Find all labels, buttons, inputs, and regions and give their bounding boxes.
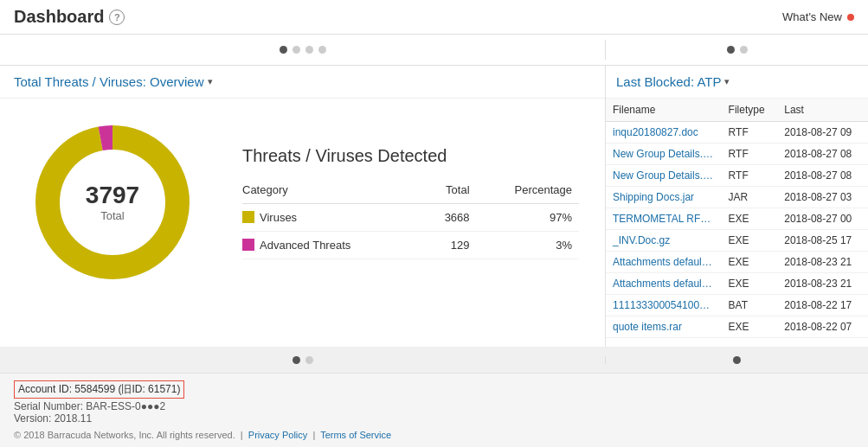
atp-table-row[interactable]: Shipping Docs.jar JAR 2018-08-27 03 bbox=[606, 187, 868, 208]
atp-table-row[interactable]: 111133300054100054... BAT 2018-08-22 17 bbox=[606, 295, 868, 316]
atp-date: 2018-08-22 17 bbox=[777, 295, 868, 316]
left-panel-title[interactable]: Total Threats / Viruses: Overview bbox=[14, 74, 204, 89]
right-carousel-dot-1[interactable] bbox=[727, 46, 735, 54]
atp-filename[interactable]: 111133300054100054... bbox=[606, 295, 722, 316]
whats-new-indicator bbox=[847, 14, 854, 21]
right-panel-dropdown-icon[interactable]: ▾ bbox=[724, 76, 730, 87]
left-carousel-dots bbox=[0, 40, 606, 60]
chart-legend: Threats / Viruses Detected Category Tota… bbox=[242, 146, 579, 259]
carousel-dot-3[interactable] bbox=[305, 46, 313, 54]
version: Version: 2018.11 bbox=[14, 412, 854, 425]
atp-table-row[interactable]: Attachments default.ht... EXE 2018-08-23… bbox=[606, 252, 868, 273]
atp-filetype: RTF bbox=[722, 144, 778, 165]
atp-date: 2018-08-27 09 bbox=[777, 122, 868, 144]
legend-color bbox=[242, 239, 254, 251]
legend-pct-cell: 97% bbox=[477, 203, 579, 231]
carousel-dot-4[interactable] bbox=[318, 46, 326, 54]
atp-filetype: EXE bbox=[722, 208, 778, 230]
right-carousel-dot-2[interactable] bbox=[740, 46, 748, 54]
help-icon[interactable]: ? bbox=[109, 10, 125, 25]
atp-date: 2018-08-27 08 bbox=[777, 144, 868, 165]
legend-category-cell: Viruses bbox=[242, 203, 426, 231]
atp-table-row[interactable]: Attachments default.ht... EXE 2018-08-23… bbox=[606, 273, 868, 295]
atp-col-filetype: Filetype bbox=[722, 99, 778, 122]
atp-table-row[interactable]: TERMOMETAL RFQ {... EXE 2018-08-27 00 bbox=[606, 208, 868, 230]
carousel-dot-1[interactable] bbox=[280, 46, 287, 54]
right-panel-title[interactable]: Last Blocked: ATP bbox=[616, 74, 721, 89]
account-id-badge: Account ID: 5584599 (旧ID: 61571) bbox=[14, 380, 184, 399]
carousel-dot-2[interactable] bbox=[293, 46, 300, 54]
legend-total-cell: 129 bbox=[426, 231, 477, 259]
atp-filename[interactable]: inqu20180827.doc bbox=[606, 122, 722, 144]
legend-total-cell: 3668 bbox=[426, 203, 477, 231]
atp-filename[interactable]: New Group Details.zip bbox=[606, 144, 722, 165]
atp-date: 2018-08-23 21 bbox=[777, 252, 868, 273]
legend-pct-cell: 3% bbox=[477, 231, 579, 259]
atp-filename[interactable]: Shipping Docs.jar bbox=[606, 187, 722, 208]
atp-filename[interactable]: Attachments default.ht... bbox=[606, 273, 722, 295]
serial-number: Serial Number: BAR-ESS-0●●●2 bbox=[14, 400, 854, 412]
atp-filetype: EXE bbox=[722, 316, 778, 338]
atp-filename[interactable]: Attachments default.ht... bbox=[606, 252, 722, 273]
atp-filetype: EXE bbox=[722, 230, 778, 252]
whats-new-button[interactable]: What's New bbox=[782, 10, 854, 23]
chart-title: Threats / Viruses Detected bbox=[242, 146, 579, 166]
atp-table-row[interactable]: _INV.Doc.gz EXE 2018-08-25 17 bbox=[606, 230, 868, 252]
atp-filename[interactable]: New Group Details.zip bbox=[606, 165, 722, 187]
atp-filetype: EXE bbox=[722, 252, 778, 273]
legend-row: Viruses 3668 97% bbox=[242, 203, 579, 231]
atp-date: 2018-08-25 17 bbox=[777, 230, 868, 252]
footer: Account ID: 5584599 (旧ID: 61571) Serial … bbox=[0, 373, 868, 447]
atp-table: Filename Filetype Last inqu20180827.doc … bbox=[606, 99, 868, 338]
donut-center: 3797 Total bbox=[86, 182, 139, 222]
header-title: Dashboard ? bbox=[14, 7, 125, 27]
atp-col-filename: Filename bbox=[606, 99, 722, 122]
privacy-policy-link[interactable]: Privacy Policy bbox=[248, 430, 307, 440]
donut-chart: 3797 Total bbox=[26, 116, 199, 289]
bottom-right-dots bbox=[606, 356, 868, 364]
legend-row: Advanced Threats 129 3% bbox=[242, 231, 579, 259]
right-carousel-dots bbox=[606, 40, 868, 60]
header: Dashboard ? What's New bbox=[0, 0, 868, 35]
atp-table-row[interactable]: quote items.rar EXE 2018-08-22 07 bbox=[606, 316, 868, 338]
left-panel-header: Total Threats / Viruses: Overview ▾ bbox=[0, 66, 605, 99]
atp-filename[interactable]: quote items.rar bbox=[606, 316, 722, 338]
atp-table-row[interactable]: New Group Details.zip RTF 2018-08-27 08 bbox=[606, 165, 868, 187]
bottom-carousel-bar bbox=[0, 347, 868, 373]
atp-filetype: JAR bbox=[722, 187, 778, 208]
atp-date: 2018-08-27 00 bbox=[777, 208, 868, 230]
atp-table-row[interactable]: New Group Details.zip RTF 2018-08-27 08 bbox=[606, 144, 868, 165]
atp-filename[interactable]: _INV.Doc.gz bbox=[606, 230, 722, 252]
atp-filetype: BAT bbox=[722, 295, 778, 316]
bottom-left-dot-1[interactable] bbox=[293, 356, 300, 364]
legend-table: Category Total Percentage Viruses 3668 9… bbox=[242, 180, 579, 259]
col-percentage: Percentage bbox=[477, 180, 579, 204]
atp-table-row[interactable]: inqu20180827.doc RTF 2018-08-27 09 bbox=[606, 122, 868, 144]
atp-filename[interactable]: TERMOMETAL RFQ {... bbox=[606, 208, 722, 230]
main-content: Total Threats / Viruses: Overview ▾ 3 bbox=[0, 66, 868, 347]
bottom-right-dot-1[interactable] bbox=[733, 356, 741, 364]
bottom-left-dots bbox=[0, 356, 606, 364]
col-total: Total bbox=[426, 180, 477, 204]
terms-of-service-link[interactable]: Terms of Service bbox=[320, 430, 391, 440]
dashboard-title: Dashboard bbox=[14, 7, 104, 27]
legend-color bbox=[242, 211, 254, 223]
footer-legal: © 2018 Barracuda Networks, Inc. All righ… bbox=[14, 430, 854, 440]
whats-new-label: What's New bbox=[782, 10, 842, 23]
atp-col-last: Last bbox=[777, 99, 868, 122]
bottom-left-dot-2[interactable] bbox=[305, 356, 313, 364]
left-panel-dropdown-icon[interactable]: ▾ bbox=[208, 76, 213, 87]
donut-total-number: 3797 bbox=[86, 182, 139, 209]
atp-date: 2018-08-23 21 bbox=[777, 273, 868, 295]
legend-category-label: Viruses bbox=[260, 211, 297, 224]
copyright-text: © 2018 Barracuda Networks, Inc. All righ… bbox=[14, 430, 235, 440]
right-panel: Last Blocked: ATP ▾ Filename Filetype La… bbox=[606, 66, 868, 347]
donut-total-label: Total bbox=[86, 209, 139, 222]
legend-category-label: Advanced Threats bbox=[260, 239, 350, 252]
atp-date: 2018-08-27 08 bbox=[777, 165, 868, 187]
col-category: Category bbox=[242, 180, 426, 204]
atp-date: 2018-08-22 07 bbox=[777, 316, 868, 338]
atp-filetype: RTF bbox=[722, 122, 778, 144]
left-panel: Total Threats / Viruses: Overview ▾ 3 bbox=[0, 66, 606, 347]
legend-category-cell: Advanced Threats bbox=[242, 231, 426, 259]
